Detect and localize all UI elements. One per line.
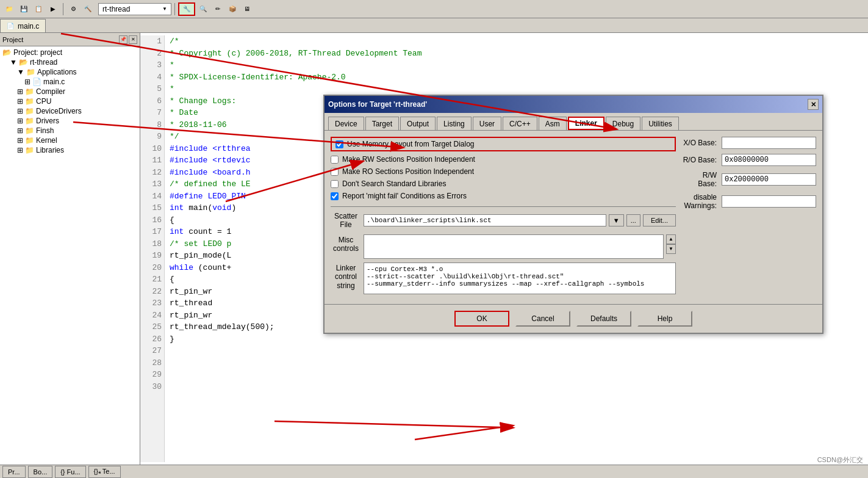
scatter-section: ScatterFile ▼ ... Edit... — [331, 206, 676, 230]
sidebar-pin-btn[interactable]: 📌 — [119, 35, 127, 44]
project-folder-icon: 📂 — [2, 48, 12, 57]
misc-textarea[interactable] — [364, 234, 664, 259]
toolbar-btn-3[interactable]: 📋 — [32, 2, 45, 16]
linker-text: --cpu Cortex-M3 *.o --strict--scatter .\… — [364, 263, 676, 294]
misc-scroll-down[interactable]: ▼ — [666, 244, 676, 254]
libraries-expand-icon: ⊞ — [17, 146, 23, 154]
ro-base-input[interactable] — [722, 154, 816, 166]
disable-warnings-row: disable Warnings: — [682, 193, 816, 210]
scatter-dropdown-btn[interactable]: ▼ — [609, 214, 624, 226]
xo-base-input[interactable] — [722, 137, 816, 149]
dd-expand-icon: ⊞ — [17, 107, 23, 115]
dialog-tab-debug[interactable]: Debug — [606, 117, 640, 130]
dialog-title-bar: Options for Target 'rt-thread' ✕ — [325, 96, 822, 113]
rw-base-input[interactable] — [722, 173, 816, 186]
make-rw-row: Make RW Sections Position Independent — [331, 155, 676, 164]
use-memory-layout-checkbox[interactable] — [335, 140, 343, 148]
defaults-button[interactable]: Defaults — [576, 311, 631, 327]
dialog-tab-cplusplus[interactable]: C/C++ — [503, 117, 537, 130]
toolbar-btn-6[interactable]: 🔨 — [81, 2, 95, 16]
sidebar-close-btn[interactable]: ✕ — [129, 35, 137, 44]
make-rw-checkbox[interactable] — [331, 156, 339, 164]
dont-search-row: Don't Search Standard Libraries — [331, 179, 676, 188]
dont-search-checkbox[interactable] — [331, 180, 339, 188]
use-memory-layout-label: Use Memory Layout from Target Dialog — [347, 140, 475, 148]
toolbar-btn-5[interactable]: ⚙ — [66, 2, 80, 16]
apps-label: Applications — [37, 68, 77, 76]
dialog-tab-utilities[interactable]: Utilities — [642, 117, 679, 130]
project-tree: 📂 Project: project ▼ 📂 rt-thread ▼ 📁 — [0, 46, 140, 465]
sidebar-header: Project 📌 ✕ — [0, 33, 140, 46]
dialog-tab-listing[interactable]: Listing — [437, 117, 472, 130]
tree-compiler[interactable]: ⊞ 📁 Compiler — [0, 87, 140, 96]
sidebar-btns: 📌 ✕ — [119, 35, 137, 44]
make-ro-row: Make RO Sections Position Independent — [331, 167, 676, 176]
toolbar: 📁 💾 📋 ▶ ⚙ 🔨 rt-thread ▼ 🔧 🔍 ✏ 📦 🖥 — [0, 0, 868, 18]
dialog-tab-asm[interactable]: Asm — [539, 117, 567, 130]
toolbar-btn-options[interactable]: 🔧 — [178, 2, 195, 16]
dialog-right: X/O Base: R/O Base: R/W Base: disable Wa… — [682, 137, 816, 298]
toolbar-btn-9[interactable]: 📦 — [226, 2, 239, 16]
scatter-browse-btn[interactable]: ... — [626, 214, 640, 226]
toolbar-btn-8[interactable]: ✏ — [211, 2, 224, 16]
tab-main-c[interactable]: 📄 main.c — [0, 19, 46, 32]
disable-warnings-input[interactable] — [722, 195, 816, 208]
cpu-expand-icon: ⊞ — [17, 97, 23, 106]
tree-devicedrivers[interactable]: ⊞ 📁 DeviceDrivers — [0, 106, 140, 116]
status-tab-te[interactable]: {}₄ Te... — [88, 466, 121, 478]
compiler-label: Compiler — [36, 87, 65, 96]
toolbar-btn-2[interactable]: 💾 — [17, 2, 30, 16]
cancel-button[interactable]: Cancel — [515, 311, 570, 327]
status-tab-fu[interactable]: {} Fu... — [55, 466, 85, 478]
status-tab-pr[interactable]: Pr... — [2, 466, 26, 478]
tree-mainc[interactable]: ⊞ 📄 main.c — [0, 77, 140, 87]
libraries-folder-icon: 📁 — [25, 146, 34, 154]
tree-finsh[interactable]: ⊞ 📁 Finsh — [0, 126, 140, 136]
make-ro-checkbox[interactable] — [331, 168, 339, 176]
tree-kernel[interactable]: ⊞ 📁 Kernel — [0, 136, 140, 145]
help-button[interactable]: Help — [637, 311, 692, 327]
tree-cpu[interactable]: ⊞ 📁 CPU — [0, 96, 140, 106]
mainc-file-icon: 📄 — [32, 78, 41, 86]
rtthread-label: rt-thread — [30, 58, 57, 67]
drivers-label: Drivers — [36, 117, 59, 125]
status-tab-bo[interactable]: Bo... — [28, 466, 53, 478]
dialog-tab-user[interactable]: User — [473, 117, 501, 130]
linker-label: Linkercontrolstring — [331, 263, 361, 290]
apps-expand-icon: ▼ — [17, 68, 24, 76]
tree-applications[interactable]: ▼ 📁 Applications — [0, 67, 140, 77]
toolbar-btn-4[interactable]: ▶ — [46, 2, 60, 16]
dialog-close-btn[interactable]: ✕ — [808, 99, 819, 110]
report-mightfail-checkbox[interactable] — [331, 192, 339, 200]
ok-button[interactable]: OK — [454, 311, 509, 327]
ro-base-row: R/O Base: — [682, 154, 816, 166]
tab-file-icon: 📄 — [7, 23, 14, 29]
dialog-tab-target[interactable]: Target — [365, 117, 399, 130]
tree-drivers[interactable]: ⊞ 📁 Drivers — [0, 116, 140, 126]
apps-folder-icon: 📁 — [26, 68, 35, 76]
libraries-label: Libraries — [36, 146, 64, 154]
tree-libraries[interactable]: ⊞ 📁 Libraries — [0, 145, 140, 155]
ro-base-label: R/O Base: — [682, 156, 722, 164]
dialog-tab-linker[interactable]: Linker — [568, 117, 604, 130]
drivers-folder-icon: 📁 — [25, 117, 34, 125]
target-dropdown[interactable]: rt-thread ▼ — [98, 3, 171, 15]
tree-project[interactable]: 📂 Project: project — [0, 48, 140, 57]
target-dropdown-arrow: ▼ — [162, 6, 167, 12]
misc-scroll-up[interactable]: ▲ — [666, 234, 676, 244]
tree-rtthread[interactable]: ▼ 📂 rt-thread — [0, 57, 140, 67]
sidebar: Project 📌 ✕ 📂 Project: project ▼ 📂 — [0, 33, 140, 465]
toolbar-btn-1[interactable]: 📁 — [2, 2, 16, 16]
tab-label: main.c — [18, 22, 39, 31]
misc-label: Misccontrols — [331, 234, 361, 253]
toolbar-btn-10[interactable]: 🖥 — [240, 2, 254, 16]
scatter-label: ScatterFile — [331, 212, 361, 230]
make-rw-label: Make RW Sections Position Independent — [342, 155, 475, 164]
scatter-edit-btn[interactable]: Edit... — [643, 214, 676, 226]
toolbar-btn-7[interactable]: 🔍 — [196, 2, 210, 16]
dialog-tab-device[interactable]: Device — [328, 117, 364, 130]
misc-scrollbar: ▲ ▼ — [666, 234, 676, 254]
dialog-tab-output[interactable]: Output — [400, 117, 436, 130]
scatter-input[interactable] — [364, 214, 606, 226]
dialog-title: Options for Target 'rt-thread' — [328, 100, 427, 109]
